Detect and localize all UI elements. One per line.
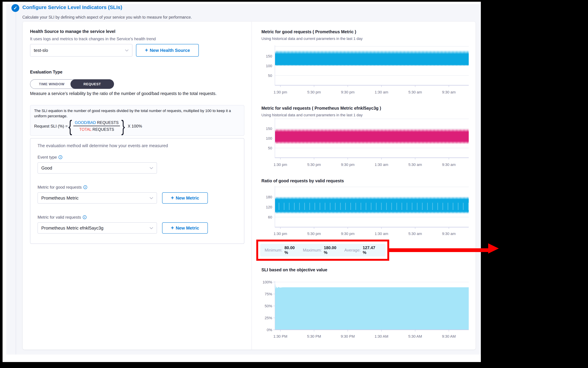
event-type-select-value: Good	[41, 166, 52, 171]
equation-fraction: GOOD/BAD REQUESTS TOTAL REQUESTS	[73, 120, 120, 132]
svg-text:1:30 am: 1:30 am	[375, 163, 388, 167]
denominator-highlight: TOTAL	[79, 127, 92, 132]
svg-text:5:30 PM: 5:30 PM	[307, 334, 321, 339]
ratio-stats-bar: Minimum: 80.00 % Maximum: 180.00 % Avera…	[260, 244, 386, 257]
evaluation-description: Measure a service’s reliability by the r…	[30, 90, 226, 97]
info-icon[interactable]: i	[83, 215, 86, 219]
svg-text:1:30 pm: 1:30 pm	[273, 163, 287, 167]
numerator-rest: REQUESTS	[97, 120, 119, 125]
minimum-value: 80.00 %	[284, 245, 299, 255]
average-value: 127.47 %	[363, 245, 379, 255]
toggle-option-time-window[interactable]: TIME WINDOW	[30, 80, 73, 89]
chevron-down-icon	[149, 167, 153, 169]
svg-text:150: 150	[266, 54, 272, 58]
chart-good-subtitle: Using historical data and current parame…	[261, 37, 363, 41]
step-connector-line	[16, 4, 16, 355]
annotation-highlight-box: Minimum: 80.00 % Maximum: 180.00 % Avera…	[256, 239, 389, 261]
equation-numerator: GOOD/BAD REQUESTS	[73, 120, 120, 126]
svg-text:9:30 am: 9:30 am	[442, 90, 456, 94]
annotation-arrow	[389, 248, 488, 252]
svg-text:0%: 0%	[267, 328, 272, 332]
event-type-label: Event type i	[37, 155, 62, 160]
svg-text:25%: 25%	[265, 316, 272, 320]
svg-text:100%: 100%	[263, 280, 272, 284]
svg-text:1:30 pm: 1:30 pm	[273, 90, 287, 94]
metric-good-select-value: Prometheus Metric	[41, 195, 78, 201]
column-divider	[252, 22, 252, 350]
metric-valid-select-value: Prometheus Metric efnkl5ayc3g	[41, 225, 103, 231]
event-type-label-text: Event type	[37, 155, 57, 160]
sli-equation-box: The SLI equation is the number of good r…	[30, 105, 244, 136]
evaluation-type-toggle: TIME WINDOW REQUEST	[30, 79, 114, 89]
metric-valid-select[interactable]: Prometheus Metric efnkl5ayc3g	[37, 222, 157, 234]
svg-text:1:30 am: 1:30 am	[375, 90, 388, 94]
numerator-highlight: GOOD/BAD	[75, 120, 96, 125]
metric-good-select[interactable]: Prometheus Metric	[37, 192, 157, 204]
page-title: Configure Service Level Indicators (SLIs…	[22, 4, 122, 10]
svg-text:9:30 pm: 9:30 pm	[341, 231, 355, 236]
health-source-select[interactable]: test-slo	[30, 44, 132, 57]
info-icon[interactable]: i	[84, 185, 87, 189]
svg-text:9:30 am: 9:30 am	[442, 231, 456, 236]
sli-equation: Request SLI (%) = { GOOD/BAD REQUESTS TO…	[34, 120, 142, 132]
chart-sli-title: SLI based on the objective value	[261, 267, 327, 272]
svg-text:150: 150	[266, 127, 272, 131]
check-icon: ✓	[13, 5, 17, 11]
page-subtitle: Calculate your SLI by defining which asp…	[22, 15, 192, 20]
chevron-down-icon	[149, 227, 153, 229]
metric-valid-label: Metric for valid requests i	[37, 215, 86, 220]
new-metric-good-button[interactable]: + New Metric	[162, 192, 208, 204]
svg-text:1:30 PM: 1:30 PM	[273, 334, 287, 339]
svg-text:180: 180	[266, 195, 272, 199]
svg-text:5:30 pm: 5:30 pm	[307, 90, 321, 94]
svg-text:5:30 am: 5:30 am	[408, 90, 422, 94]
chevron-down-icon	[149, 197, 153, 199]
chart-good-title: Metric for good requests ( Prometheus Me…	[261, 29, 356, 34]
svg-text:5:30 pm: 5:30 pm	[307, 231, 321, 236]
chart-ratio-title: Ratio of good requests by valid requests	[261, 178, 344, 183]
denominator-rest: REQUESTS	[93, 127, 114, 132]
svg-text:100: 100	[266, 136, 272, 140]
chart-valid-title: Metric for valid requests ( Prometheus M…	[261, 106, 381, 111]
new-health-source-button[interactable]: + New Health Source	[136, 44, 199, 57]
svg-text:75%: 75%	[265, 292, 272, 296]
metric-good-label-text: Metric for good requests	[37, 185, 82, 190]
svg-text:5:30 pm: 5:30 pm	[307, 163, 321, 167]
info-icon[interactable]: i	[58, 155, 62, 159]
maximum-value: 180.00 %	[324, 245, 340, 255]
equation-denominator: TOTAL REQUESTS	[78, 126, 115, 132]
equation-suffix: X 100%	[128, 124, 142, 129]
metric-valid-label-text: Metric for valid requests	[37, 215, 81, 220]
maximum-label: Maximum:	[303, 248, 322, 253]
step-complete-check-icon: ✓	[11, 4, 19, 12]
svg-text:1:30 AM: 1:30 AM	[374, 334, 388, 339]
chevron-down-icon	[125, 49, 129, 52]
new-metric-button-label: New Metric	[176, 225, 199, 231]
evaluation-type-heading: Evaluation Type	[30, 70, 62, 74]
evaluation-method-box: The evaluation method will determine how…	[30, 138, 244, 244]
brace-close: }	[121, 118, 125, 134]
svg-text:9:30 PM: 9:30 PM	[341, 334, 355, 339]
metric-good-label: Metric for good requests i	[37, 185, 87, 190]
new-health-source-button-label: New Health Source	[150, 48, 190, 53]
svg-text:50: 50	[268, 74, 272, 78]
event-type-select[interactable]: Good	[37, 162, 157, 174]
health-source-select-value: test-slo	[34, 48, 48, 53]
health-source-heading: Health Source to manage the service leve…	[30, 29, 115, 34]
svg-text:60: 60	[268, 215, 272, 219]
svg-text:1:30 am: 1:30 am	[375, 231, 388, 236]
svg-text:5:30 am: 5:30 am	[408, 231, 422, 236]
health-source-description: It uses logs and metrics to track change…	[30, 37, 156, 41]
brace-open: {	[68, 118, 72, 134]
svg-text:9:30 pm: 9:30 pm	[341, 90, 355, 94]
new-metric-valid-button[interactable]: + New Metric	[162, 222, 208, 234]
chart-sli-objective: 0%25%50%75%100%1:30 PM5:30 PM9:30 PM1:30…	[261, 278, 473, 341]
annotation-arrow-head	[488, 243, 499, 254]
svg-text:9:30 AM: 9:30 AM	[442, 334, 456, 339]
svg-text:50: 50	[268, 146, 272, 150]
chart-good-requests: 501001501:30 pm5:30 pm9:30 pm1:30 am5:30…	[261, 44, 473, 96]
toggle-option-request-selected[interactable]: REQUEST	[70, 79, 114, 89]
svg-text:5:30 am: 5:30 am	[408, 163, 422, 167]
svg-text:9:30 pm: 9:30 pm	[341, 163, 355, 167]
svg-text:1:30 pm: 1:30 pm	[273, 231, 287, 236]
